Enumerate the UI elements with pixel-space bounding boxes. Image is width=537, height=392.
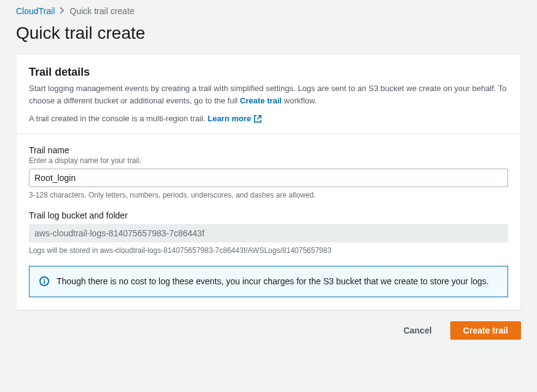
- trail-name-help: 3-128 characters. Only letters, numbers,…: [29, 191, 508, 199]
- trail-name-label: Trail name: [29, 145, 508, 155]
- page-title: Quick trail create: [0, 20, 537, 54]
- trail-bucket-label: Trail log bucket and folder: [29, 210, 508, 220]
- trail-name-field: Trail name Enter a display name for your…: [29, 145, 508, 199]
- info-text: Though there is no cost to log these eve…: [57, 275, 489, 288]
- breadcrumb-current: Quick trail create: [70, 6, 134, 16]
- breadcrumb: CloudTrail Quick trail create: [0, 0, 537, 20]
- trail-name-input[interactable]: [29, 169, 508, 187]
- trail-details-panel: Trail details Start logging management e…: [16, 54, 521, 310]
- breadcrumb-root-link[interactable]: CloudTrail: [16, 6, 55, 16]
- multi-region-text: A trail created in the console is a mult…: [29, 114, 207, 123]
- action-bar: Cancel Create trail: [0, 310, 537, 351]
- trail-name-hint: Enter a display name for your trail.: [29, 156, 508, 165]
- chevron-right-icon: [60, 6, 65, 16]
- panel-body: Trail name Enter a display name for your…: [17, 134, 520, 310]
- external-link-icon: [253, 114, 262, 123]
- multi-region-note: A trail created in the console is a mult…: [29, 113, 508, 125]
- panel-desc-text-2: workflow.: [282, 96, 317, 105]
- info-icon: [39, 276, 49, 288]
- trail-bucket-help: Logs will be stored in aws-cloudtrail-lo…: [29, 246, 508, 255]
- svg-point-1: [44, 278, 45, 279]
- trail-bucket-input: [29, 224, 508, 242]
- panel-header: Trail details Start logging management e…: [17, 55, 520, 134]
- learn-more-link[interactable]: Learn more: [207, 113, 262, 125]
- create-trail-link[interactable]: Create trail: [240, 96, 282, 105]
- trail-bucket-field: Trail log bucket and folder Logs will be…: [29, 210, 508, 255]
- learn-more-label: Learn more: [207, 113, 251, 125]
- svg-rect-2: [44, 280, 45, 284]
- create-trail-button[interactable]: Create trail: [450, 321, 521, 340]
- panel-title: Trail details: [29, 66, 508, 79]
- cancel-button[interactable]: Cancel: [391, 321, 444, 340]
- info-box: Though there is no cost to log these eve…: [29, 266, 508, 297]
- panel-description: Start logging management events by creat…: [29, 82, 508, 106]
